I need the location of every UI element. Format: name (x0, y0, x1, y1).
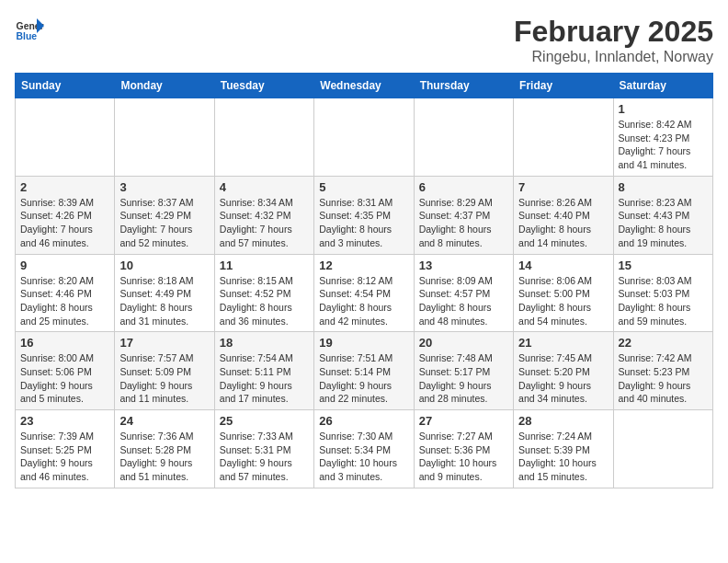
calendar-cell: 21Sunrise: 7:45 AM Sunset: 5:20 PM Dayli… (514, 332, 613, 410)
day-number: 16 (20, 336, 109, 350)
day-number: 24 (119, 414, 209, 428)
day-info: Sunrise: 8:00 AM Sunset: 5:06 PM Dayligh… (20, 351, 109, 406)
calendar-cell: 5Sunrise: 8:31 AM Sunset: 4:35 PM Daylig… (314, 176, 414, 254)
calendar-cell: 1Sunrise: 8:42 AM Sunset: 4:23 PM Daylig… (613, 98, 712, 177)
day-number: 21 (518, 336, 608, 350)
calendar-cell (414, 98, 513, 177)
logo-icon: General Blue (15, 15, 44, 44)
calendar-cell (514, 98, 613, 177)
day-number: 22 (619, 336, 708, 350)
calendar-cell: 16Sunrise: 8:00 AM Sunset: 5:06 PM Dayli… (16, 332, 115, 410)
day-info: Sunrise: 8:29 AM Sunset: 4:37 PM Dayligh… (419, 196, 508, 250)
day-number: 27 (419, 414, 508, 428)
calendar-cell (613, 410, 712, 488)
logo: General Blue (15, 15, 48, 44)
location: Ringebu, Innlandet, Norway (514, 49, 713, 65)
day-info: Sunrise: 8:39 AM Sunset: 4:26 PM Dayligh… (20, 196, 109, 250)
calendar-cell: 2Sunrise: 8:39 AM Sunset: 4:26 PM Daylig… (16, 176, 115, 254)
day-number: 8 (619, 180, 708, 194)
calendar-cell: 15Sunrise: 8:03 AM Sunset: 5:03 PM Dayli… (613, 254, 712, 332)
day-info: Sunrise: 8:18 AM Sunset: 4:49 PM Dayligh… (119, 274, 209, 328)
day-info: Sunrise: 8:20 AM Sunset: 4:46 PM Dayligh… (20, 274, 109, 328)
day-info: Sunrise: 8:23 AM Sunset: 4:43 PM Dayligh… (619, 196, 708, 250)
calendar-cell: 12Sunrise: 8:12 AM Sunset: 4:54 PM Dayli… (314, 254, 414, 332)
calendar-cell (16, 98, 115, 177)
day-number: 12 (319, 259, 408, 272)
calendar-cell: 9Sunrise: 8:20 AM Sunset: 4:46 PM Daylig… (16, 254, 115, 332)
calendar-cell: 11Sunrise: 8:15 AM Sunset: 4:52 PM Dayli… (214, 254, 313, 332)
calendar-cell: 14Sunrise: 8:06 AM Sunset: 5:00 PM Dayli… (514, 254, 613, 332)
day-info: Sunrise: 7:51 AM Sunset: 5:14 PM Dayligh… (319, 351, 408, 406)
day-info: Sunrise: 7:33 AM Sunset: 5:31 PM Dayligh… (220, 430, 309, 484)
calendar-cell (115, 98, 214, 177)
calendar-cell (314, 98, 414, 177)
day-number: 18 (220, 336, 309, 350)
calendar-cell: 22Sunrise: 7:42 AM Sunset: 5:23 PM Dayli… (613, 332, 712, 410)
day-number: 13 (419, 259, 508, 272)
calendar-cell: 10Sunrise: 8:18 AM Sunset: 4:49 PM Dayli… (115, 254, 214, 332)
day-info: Sunrise: 7:45 AM Sunset: 5:20 PM Dayligh… (518, 351, 608, 406)
calendar-cell: 3Sunrise: 8:37 AM Sunset: 4:29 PM Daylig… (115, 176, 214, 254)
day-number: 5 (319, 180, 408, 194)
day-number: 23 (20, 414, 109, 428)
day-number: 2 (20, 180, 109, 194)
day-info: Sunrise: 8:31 AM Sunset: 4:35 PM Dayligh… (319, 196, 408, 250)
weekday-header-friday: Friday (514, 74, 613, 98)
day-number: 25 (220, 414, 309, 428)
calendar-cell: 8Sunrise: 8:23 AM Sunset: 4:43 PM Daylig… (613, 176, 712, 254)
day-info: Sunrise: 8:37 AM Sunset: 4:29 PM Dayligh… (119, 196, 209, 250)
day-number: 11 (220, 259, 309, 272)
calendar-cell: 7Sunrise: 8:26 AM Sunset: 4:40 PM Daylig… (514, 176, 613, 254)
day-number: 14 (518, 259, 608, 272)
day-number: 7 (518, 180, 608, 194)
day-info: Sunrise: 7:54 AM Sunset: 5:11 PM Dayligh… (220, 351, 309, 406)
header: General Blue February 2025 Ringebu, Innl… (15, 15, 713, 65)
day-number: 4 (220, 180, 309, 194)
day-number: 1 (619, 102, 708, 116)
weekday-header-tuesday: Tuesday (214, 74, 313, 98)
day-info: Sunrise: 7:36 AM Sunset: 5:28 PM Dayligh… (119, 430, 209, 484)
calendar-cell: 24Sunrise: 7:36 AM Sunset: 5:28 PM Dayli… (115, 410, 214, 488)
calendar-cell: 27Sunrise: 7:27 AM Sunset: 5:36 PM Dayli… (414, 410, 513, 488)
calendar-cell: 19Sunrise: 7:51 AM Sunset: 5:14 PM Dayli… (314, 332, 414, 410)
title-area: February 2025 Ringebu, Innlandet, Norway (514, 15, 713, 65)
day-number: 26 (319, 414, 408, 428)
weekday-header-saturday: Saturday (613, 74, 712, 98)
weekday-header-monday: Monday (115, 74, 214, 98)
calendar-cell: 26Sunrise: 7:30 AM Sunset: 5:34 PM Dayli… (314, 410, 414, 488)
day-number: 19 (319, 336, 408, 350)
calendar-cell: 4Sunrise: 8:34 AM Sunset: 4:32 PM Daylig… (214, 176, 313, 254)
day-number: 20 (419, 336, 508, 350)
day-number: 15 (619, 259, 708, 272)
calendar-cell: 18Sunrise: 7:54 AM Sunset: 5:11 PM Dayli… (214, 332, 313, 410)
weekday-header-thursday: Thursday (414, 74, 513, 98)
calendar-cell: 6Sunrise: 8:29 AM Sunset: 4:37 PM Daylig… (414, 176, 513, 254)
month-title: February 2025 (514, 15, 713, 49)
calendar-cell: 17Sunrise: 7:57 AM Sunset: 5:09 PM Dayli… (115, 332, 214, 410)
svg-text:Blue: Blue (17, 31, 38, 41)
calendar-cell: 28Sunrise: 7:24 AM Sunset: 5:39 PM Dayli… (514, 410, 613, 488)
day-info: Sunrise: 8:42 AM Sunset: 4:23 PM Dayligh… (619, 118, 708, 172)
day-info: Sunrise: 7:24 AM Sunset: 5:39 PM Dayligh… (518, 430, 608, 484)
day-number: 28 (518, 414, 608, 428)
calendar-cell: 20Sunrise: 7:48 AM Sunset: 5:17 PM Dayli… (414, 332, 513, 410)
weekday-header-wednesday: Wednesday (314, 74, 414, 98)
day-info: Sunrise: 7:48 AM Sunset: 5:17 PM Dayligh… (419, 351, 508, 406)
calendar-cell: 13Sunrise: 8:09 AM Sunset: 4:57 PM Dayli… (414, 254, 513, 332)
calendar-table: SundayMondayTuesdayWednesdayThursdayFrid… (15, 73, 713, 488)
day-info: Sunrise: 8:34 AM Sunset: 4:32 PM Dayligh… (220, 196, 309, 250)
calendar-cell: 23Sunrise: 7:39 AM Sunset: 5:25 PM Dayli… (16, 410, 115, 488)
weekday-header-sunday: Sunday (16, 74, 115, 98)
day-info: Sunrise: 8:06 AM Sunset: 5:00 PM Dayligh… (518, 274, 608, 328)
calendar-cell (214, 98, 313, 177)
day-info: Sunrise: 7:42 AM Sunset: 5:23 PM Dayligh… (619, 351, 708, 406)
day-number: 6 (419, 180, 508, 194)
day-info: Sunrise: 8:26 AM Sunset: 4:40 PM Dayligh… (518, 196, 608, 250)
day-info: Sunrise: 7:30 AM Sunset: 5:34 PM Dayligh… (319, 430, 408, 484)
day-number: 17 (119, 336, 209, 350)
calendar-cell: 25Sunrise: 7:33 AM Sunset: 5:31 PM Dayli… (214, 410, 313, 488)
day-info: Sunrise: 8:15 AM Sunset: 4:52 PM Dayligh… (220, 274, 309, 328)
day-info: Sunrise: 7:39 AM Sunset: 5:25 PM Dayligh… (20, 430, 109, 484)
day-info: Sunrise: 7:57 AM Sunset: 5:09 PM Dayligh… (119, 351, 209, 406)
day-number: 3 (119, 180, 209, 194)
